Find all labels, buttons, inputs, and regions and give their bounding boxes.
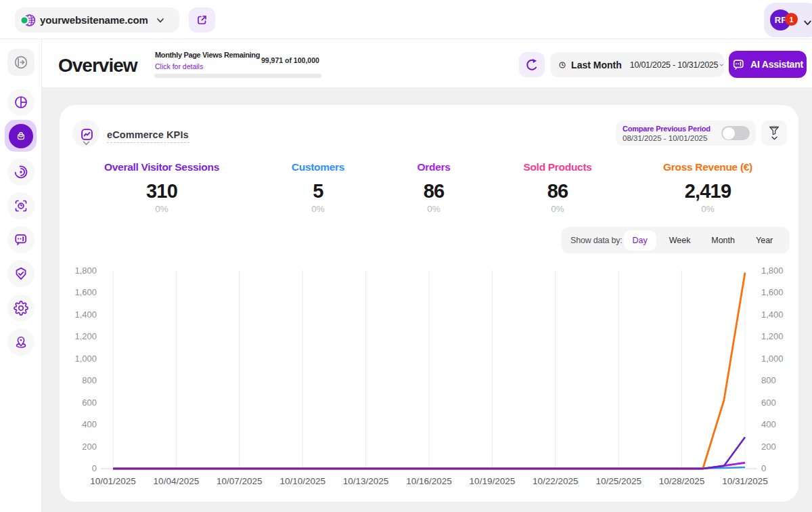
svg-text:800: 800 — [82, 375, 97, 385]
svg-text:200: 200 — [761, 442, 776, 452]
svg-text:10/04/2025: 10/04/2025 — [154, 476, 200, 486]
svg-text:1,400: 1,400 — [74, 310, 97, 320]
svg-text:10/01/2025: 10/01/2025 — [90, 476, 136, 486]
svg-text:1,200: 1,200 — [74, 331, 97, 341]
svg-text:10/25/2025: 10/25/2025 — [595, 476, 641, 486]
svg-text:1,800: 1,800 — [74, 265, 97, 276]
svg-text:10/28/2025: 10/28/2025 — [659, 476, 705, 486]
svg-text:400: 400 — [82, 419, 97, 429]
svg-text:0: 0 — [92, 463, 97, 473]
svg-text:600: 600 — [761, 398, 776, 408]
svg-text:10/13/2025: 10/13/2025 — [343, 476, 389, 486]
svg-text:1,000: 1,000 — [74, 354, 97, 364]
svg-text:200: 200 — [82, 442, 97, 452]
svg-text:800: 800 — [761, 375, 776, 385]
svg-text:10/07/2025: 10/07/2025 — [217, 476, 263, 486]
svg-text:10/16/2025: 10/16/2025 — [406, 476, 452, 486]
svg-text:10/22/2025: 10/22/2025 — [533, 476, 579, 486]
svg-text:1,200: 1,200 — [761, 331, 784, 341]
svg-text:10/31/2025: 10/31/2025 — [722, 476, 768, 486]
svg-text:1,600: 1,600 — [74, 287, 97, 297]
svg-text:1,400: 1,400 — [761, 310, 784, 320]
svg-text:10/10/2025: 10/10/2025 — [279, 476, 325, 486]
svg-text:600: 600 — [82, 398, 97, 408]
svg-text:1,800: 1,800 — [761, 265, 784, 276]
svg-text:10/19/2025: 10/19/2025 — [470, 476, 516, 486]
svg-text:0: 0 — [761, 463, 766, 473]
svg-text:400: 400 — [761, 419, 776, 429]
svg-text:1,000: 1,000 — [761, 354, 784, 364]
svg-text:1,600: 1,600 — [761, 287, 784, 297]
